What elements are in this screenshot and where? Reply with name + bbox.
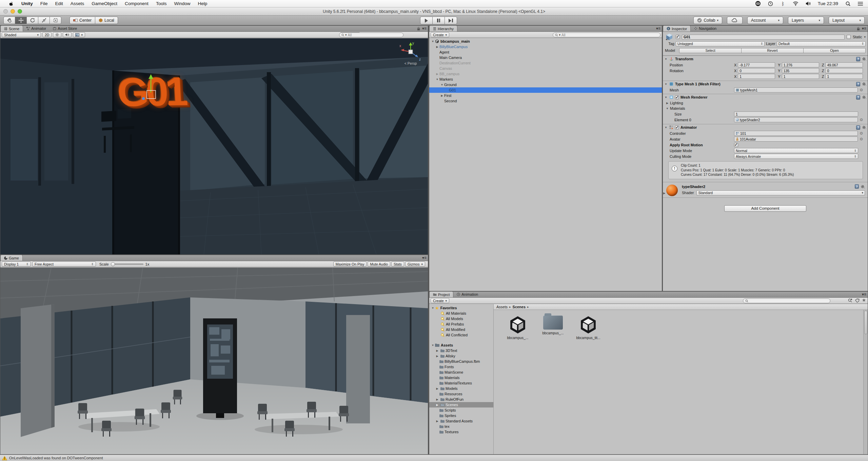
scale-tool-button[interactable] [38,17,50,24]
foldout-open-icon[interactable]: ▼ [664,96,668,99]
folder-item[interactable]: Scripts [429,407,493,413]
foldout-closed-icon[interactable]: ▶ [663,192,665,195]
project-search-input[interactable] [749,299,828,303]
name-field[interactable]: G01 [682,35,845,40]
breadcrumb-assets[interactable]: Assets [496,305,508,309]
folder-item[interactable]: Fonts [429,364,493,370]
pause-button[interactable] [432,17,445,24]
time-machine-icon[interactable] [768,1,773,6]
audio-toggle-button[interactable] [63,32,72,37]
position-x-field[interactable]: -9.177 [738,62,775,67]
foldout-open-icon[interactable]: ▼ [431,307,435,310]
gameobject-thumb-icon[interactable] [665,33,674,41]
object-picker-icon[interactable]: ⊙ [860,118,863,122]
lock-icon[interactable] [857,27,860,30]
hierarchy-item-scene-root[interactable]: ▼ bbcampus_main [429,39,662,44]
favorite-item[interactable]: All Materials [429,311,493,316]
folder-item[interactable]: MaterialTextures [429,380,493,386]
2d-toggle-button[interactable]: 2D [42,32,52,37]
component-enabled-checkbox[interactable] [675,126,679,129]
panel-menu-icon[interactable]: ▾≡ [862,292,866,296]
model-revert-button[interactable]: Revert [741,48,804,53]
game-viewport-3d-render[interactable] [0,268,428,454]
space-toggle-button[interactable]: Local [95,17,118,24]
foldout-open-icon[interactable]: ▼ [440,83,444,86]
zoom-window-button[interactable] [18,9,22,14]
tab-navigation[interactable]: Navigation [691,25,720,32]
hierarchy-item[interactable]: DestinationCurrent [429,60,662,66]
culling-mode-dropdown[interactable]: Always Animate⇕ [734,154,858,159]
hand-tool-button[interactable] [3,17,15,24]
help-icon[interactable]: ? [856,82,860,86]
game-gizmos-dropdown[interactable]: Gizmos▾ [405,261,425,267]
scene-search-field[interactable]: ▾ [339,33,403,37]
gear-icon[interactable] [862,82,866,86]
scale-y-field[interactable]: 1 [782,74,819,79]
hierarchy-item[interactable]: ▼Ground [429,82,662,87]
avatar-object-field[interactable]: 101Avatar [734,137,858,142]
layer-dropdown[interactable]: Default⇕ [777,41,866,46]
account-dropdown[interactable]: Account▾ [747,17,783,24]
window-titlebar[interactable]: Unity 5.6.2f1 Personal (64bit) - bbcampu… [0,7,868,16]
maximize-on-play-toggle[interactable]: Maximize On Play [333,261,367,267]
aspect-dropdown[interactable]: Free Aspect⇕ [32,261,96,267]
notification-center-icon[interactable] [857,1,863,6]
foldout-open-icon[interactable]: ▼ [664,58,668,61]
vertical-scrollbar[interactable] [863,310,868,454]
favorite-item[interactable]: All Prefabs [429,321,493,327]
tab-animator[interactable]: Animator [23,25,50,32]
favorites-root[interactable]: ▼★Favorites [429,305,493,311]
menu-tools[interactable]: Tools [152,0,171,7]
foldout-open-icon[interactable]: ▼ [664,126,668,129]
animator-header[interactable]: ▼ Animator ? [663,124,868,130]
hierarchy-item[interactable]: Main Camera [429,55,662,60]
hierarchy-item[interactable]: ▶First [429,93,662,98]
hierarchy-create-dropdown[interactable]: Create▾ [431,32,449,37]
update-mode-dropdown[interactable]: Normal⇕ [734,148,858,153]
folder-item[interactable]: Textures [429,429,493,435]
foldout-open-icon[interactable]: ▼ [431,344,435,347]
gear-icon[interactable] [862,57,866,61]
gear-icon[interactable] [862,95,866,99]
tab-game[interactable]: Game [0,255,23,261]
collab-button[interactable]: Collab▾ [693,17,722,24]
menu-help[interactable]: Help [194,0,211,7]
scene-viewport-3d-render[interactable]: G01 y x z < Persp [0,38,428,254]
foldout-closed-icon[interactable]: ▶ [435,72,439,76]
menu-edit[interactable]: Edit [52,0,67,7]
help-icon[interactable]: ? [856,57,860,61]
assets-root[interactable]: ▼Assets [429,342,493,348]
search-by-label-icon[interactable] [855,298,860,302]
material-sphere-preview[interactable] [666,185,678,196]
foldout-closed-icon[interactable]: ▶ [435,420,439,423]
static-checkbox[interactable] [847,35,851,39]
scale-x-field[interactable]: 1 [738,74,775,79]
file-item[interactable]: bbcampus_... [539,315,567,340]
file-item[interactable]: bbcampus_... [504,315,532,340]
status-bar[interactable]: OnLevelWasLoaded was found on DOTweenCom… [0,455,868,461]
foldout-closed-icon[interactable]: ▶ [435,387,439,390]
folder-item[interactable]: MainScene [429,370,493,375]
volume-icon[interactable] [805,1,811,6]
file-item[interactable]: bbcampus_tit... [574,315,602,340]
rotation-z-field[interactable]: 0 [825,68,863,73]
tab-hierarchy[interactable]: Hierarchy [429,25,457,32]
rotation-x-field[interactable]: 0 [738,68,775,73]
tab-animation[interactable]: Animation [453,291,481,297]
menu-component[interactable]: Component [121,0,152,7]
tab-inspector[interactable]: i Inspector [663,25,691,32]
panel-menu-icon[interactable]: ▾≡ [422,256,427,260]
model-select-button[interactable]: Select [679,48,742,53]
hierarchy-item[interactable]: ▶BillyBlueCampus [429,44,662,49]
object-picker-icon[interactable]: ⊙ [860,131,863,135]
apply-root-motion-checkbox[interactable] [734,143,738,147]
lighting-toggle-button[interactable] [53,32,61,37]
object-picker-icon[interactable]: ⊙ [860,137,863,141]
element0-object-field[interactable]: typeShader2 [734,117,858,122]
hierarchy-item[interactable]: ▶BB_campus [429,71,662,77]
foldout-closed-icon[interactable]: ▶ [435,355,439,358]
folder-item[interactable]: Sprites [429,413,493,418]
persp-label[interactable]: < Persp [398,61,423,65]
folder-item[interactable]: tex [429,424,493,429]
foldout-closed-icon[interactable]: ▶ [435,349,439,352]
